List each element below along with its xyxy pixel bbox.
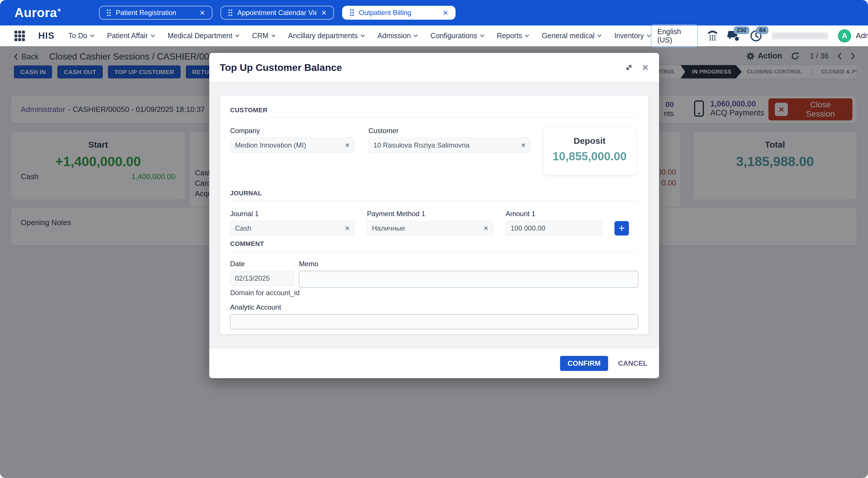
deposit-value: 10,855,000.00 <box>543 150 636 163</box>
voip-phone-icon[interactable] <box>708 30 717 42</box>
amount-label: Amount 1 <box>506 210 602 218</box>
modal-footer: CONFIRM CANCEL <box>209 349 659 378</box>
drag-handle-icon[interactable] <box>106 9 111 17</box>
analytic-account-input[interactable] <box>230 314 638 329</box>
activities-badge: 84 <box>756 26 769 34</box>
journal-input[interactable] <box>235 224 345 232</box>
close-tab-icon[interactable]: × <box>200 8 205 17</box>
menu-ancillary-departments[interactable]: Ancillary departments <box>288 32 365 40</box>
date-input[interactable] <box>230 271 294 286</box>
menu-crm[interactable]: CRM <box>252 32 276 40</box>
amount-input[interactable] <box>506 221 602 236</box>
clear-customer-icon[interactable]: × <box>521 141 526 149</box>
confirm-button[interactable]: CONFIRM <box>560 356 608 371</box>
journal-label: Journal 1 <box>230 210 354 218</box>
clear-journal-icon[interactable]: × <box>345 224 350 232</box>
app-name[interactable]: HIS <box>38 30 54 41</box>
chevron-down-icon <box>480 34 484 37</box>
chevron-down-icon <box>647 34 651 37</box>
modal-form-card: CUSTOMER Company × Customer × <box>220 95 648 334</box>
customer-field: × <box>368 138 530 153</box>
menu-configurations[interactable]: Configurations <box>430 32 484 40</box>
chevron-down-icon <box>90 34 94 37</box>
customer-input[interactable] <box>373 141 521 149</box>
drag-handle-icon[interactable] <box>350 9 354 17</box>
user-name[interactable]: Administrator <box>856 31 868 40</box>
chevron-down-icon <box>235 34 239 37</box>
apps-grid-icon[interactable] <box>14 30 26 42</box>
cancel-button[interactable]: CANCEL <box>618 359 647 368</box>
app-window: Aurora+ Patient Registration × Appointme… <box>0 0 868 478</box>
menu-to-do[interactable]: To Do <box>68 32 94 40</box>
workspace-tabs: Patient Registration × Appointment Calen… <box>99 6 456 20</box>
comment-section-heading: COMMENT <box>230 240 638 248</box>
tab-label: Appointment Calendar View <box>237 9 317 17</box>
clear-company-icon[interactable]: × <box>345 141 350 149</box>
tab-appointment-calendar[interactable]: Appointment Calendar View × <box>221 6 334 20</box>
add-journal-line-button[interactable]: + <box>615 221 629 235</box>
customer-section-heading: CUSTOMER <box>230 106 638 114</box>
modal-title: Top Up Customer Balance <box>220 62 342 73</box>
expand-modal-icon[interactable] <box>625 63 633 72</box>
chevron-down-icon <box>361 34 365 37</box>
menu-admission[interactable]: Admission <box>377 32 417 40</box>
messages-icon[interactable]: 230 <box>727 30 740 42</box>
tab-label: Patient Registration <box>116 9 195 17</box>
tab-outpatient-billing[interactable]: Outpatient Billing × <box>342 6 456 20</box>
chevron-down-icon <box>525 34 529 37</box>
domain-note: Domain for account_id <box>230 289 300 297</box>
main-menu: To Do Patient Affair Medical Department … <box>68 32 651 40</box>
company-label: Company <box>230 127 354 135</box>
aurora-logo: Aurora+ <box>14 5 61 20</box>
analytic-account-label: Analytic Account <box>230 303 638 311</box>
user-avatar[interactable]: A <box>838 29 851 42</box>
chevron-down-icon <box>272 34 276 37</box>
modal-header: Top Up Customer Balance × <box>209 53 659 82</box>
payment-method-input[interactable] <box>372 224 484 232</box>
clear-payment-method-icon[interactable]: × <box>484 224 488 232</box>
tab-patient-registration[interactable]: Patient Registration × <box>99 6 212 20</box>
menu-bar: HIS To Do Patient Affair Medical Departm… <box>0 26 868 46</box>
menu-medical-department[interactable]: Medical Department <box>167 32 239 40</box>
memo-input[interactable] <box>299 271 638 288</box>
close-tab-icon[interactable]: × <box>443 8 448 17</box>
messages-badge: 230 <box>734 26 749 34</box>
tab-label: Outpatient Billing <box>359 9 438 17</box>
menu-reports[interactable]: Reports <box>497 32 529 40</box>
payment-method-field: × <box>367 221 493 236</box>
date-label: Date <box>230 260 294 268</box>
company-field: × <box>230 138 354 153</box>
close-modal-icon[interactable]: × <box>642 62 649 73</box>
top-bar: Aurora+ Patient Registration × Appointme… <box>0 0 868 26</box>
journal-field: × <box>230 221 354 236</box>
deposit-title: Deposit <box>543 136 636 146</box>
deposit-card: Deposit 10,855,000.00 <box>543 127 636 175</box>
menu-patient-affair[interactable]: Patient Affair <box>107 32 155 40</box>
payment-method-label: Payment Method 1 <box>367 210 493 218</box>
activities-clock-icon[interactable]: 84 <box>750 30 762 42</box>
company-input[interactable] <box>235 141 345 149</box>
menu-general-medical[interactable]: General medical <box>542 32 601 40</box>
chevron-down-icon <box>597 34 601 37</box>
top-up-customer-balance-modal: Top Up Customer Balance × CUSTOMER Compa… <box>209 53 659 378</box>
menu-inventory[interactable]: Inventory <box>614 32 651 40</box>
redacted-company-text <box>772 32 828 39</box>
journal-section-heading: JOURNAL <box>230 190 638 197</box>
chevron-down-icon <box>413 34 417 37</box>
customer-label: Customer <box>368 127 530 135</box>
drag-handle-icon[interactable] <box>228 9 233 17</box>
chevron-down-icon <box>151 34 155 37</box>
close-tab-icon[interactable]: × <box>321 8 327 17</box>
memo-label: Memo <box>299 260 638 268</box>
language-selector[interactable]: English (US) <box>651 25 698 47</box>
